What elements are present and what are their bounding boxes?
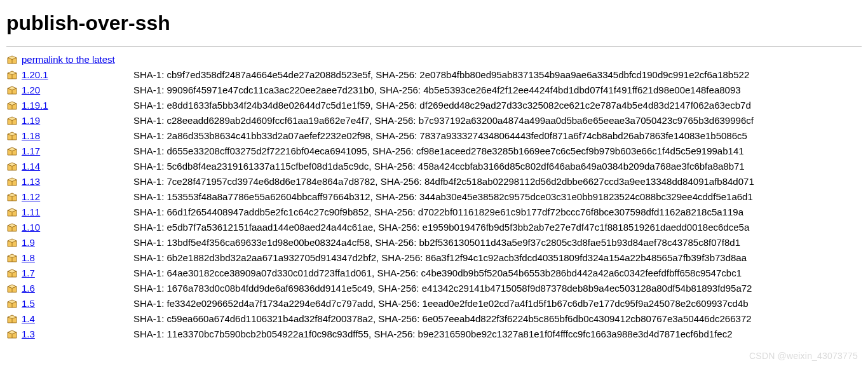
hash-text: SHA-1: 66d1f2654408947addb5e2fc1c64c27c9… (133, 206, 862, 219)
package-icon (6, 162, 18, 171)
release-row: 1.14SHA-1: 5c6db8f4ea2319161337a115cfbef… (6, 159, 862, 174)
hash-text: SHA-1: 153553f48a8a7786e55a62604bbcaff97… (133, 191, 862, 203)
hash-text: SHA-1: 5c6db8f4ea2319161337a115cfbef08d1… (133, 160, 862, 173)
hash-text: SHA-1: 2a86d353b8634c41bb33d2a07aefef223… (133, 130, 862, 142)
version-link[interactable]: 1.4 (22, 313, 35, 325)
package-icon (6, 147, 18, 156)
package-icon (6, 315, 18, 323)
hash-text: SHA-1: e5db7f7a53612151faaad144e08aed24a… (133, 221, 862, 234)
package-icon (6, 254, 18, 262)
package-icon (6, 223, 18, 232)
hash-text: SHA-1: c59ea660a674d6d1106321b4ad32f84f2… (133, 313, 862, 325)
release-row: 1.20SHA-1: 99096f45971e47cdc11ca3ac220ee… (6, 83, 862, 98)
package-icon (6, 269, 18, 278)
version-link[interactable]: 1.19.1 (22, 99, 48, 112)
release-row: 1.5SHA-1: fe3342e0296652d4a7f1734a2294e6… (6, 296, 862, 311)
package-icon (6, 116, 18, 125)
hash-text: SHA-1: fe3342e0296652d4a7f1734a2294e64d7… (133, 297, 862, 310)
release-row: 1.7SHA-1: 64ae30182cce38909a07d330c01dd7… (6, 266, 862, 281)
release-row: 1.12SHA-1: 153553f48a8a7786e55a62604bbca… (6, 189, 862, 205)
version-link[interactable]: 1.3 (22, 328, 35, 341)
release-row: 1.20.1SHA-1: cb9f7ed358df2487a4664e54de2… (6, 67, 862, 83)
hash-text: SHA-1: 11e3370bc7b590bcb2b054922a1f0c98c… (133, 328, 862, 341)
package-icon (6, 238, 18, 247)
release-list: permalink to the latest1.20.1SHA-1: cb9f… (6, 52, 862, 342)
version-link[interactable]: 1.5 (22, 297, 35, 310)
version-link[interactable]: 1.8 (22, 252, 35, 264)
package-icon (6, 208, 18, 217)
hash-text: SHA-1: 64ae30182cce38909a07d330c01dd723f… (133, 267, 862, 280)
hash-text: SHA-1: d655e33208cff03275d2f72216bf04eca… (133, 145, 862, 158)
permalink-link[interactable]: permalink to the latest (22, 53, 115, 66)
version-link[interactable]: 1.7 (22, 267, 35, 280)
version-link[interactable]: 1.12 (22, 191, 40, 203)
version-link[interactable]: 1.20.1 (22, 69, 48, 81)
package-icon (6, 101, 18, 110)
version-link[interactable]: 1.13 (22, 175, 40, 188)
version-link[interactable]: 1.11 (22, 206, 40, 219)
version-link[interactable]: 1.14 (22, 160, 40, 173)
package-icon (6, 299, 18, 308)
release-row: 1.11SHA-1: 66d1f2654408947addb5e2fc1c64c… (6, 205, 862, 220)
version-link[interactable]: 1.20 (22, 84, 40, 97)
version-link[interactable]: 1.9 (22, 236, 35, 249)
release-row: 1.13SHA-1: 7ce28f471957cd3974e6d8d6e1784… (6, 174, 862, 189)
hash-text: SHA-1: 1676a783d0c08b4fdd9de6af69836dd91… (133, 282, 862, 295)
release-row: 1.17SHA-1: d655e33208cff03275d2f72216bf0… (6, 144, 862, 159)
release-row: 1.9SHA-1: 13bdf5e4f356ca69633e1d98e00be0… (6, 235, 862, 250)
package-icon (6, 284, 18, 293)
package-icon (6, 86, 18, 95)
hash-text: SHA-1: cb9f7ed358df2487a4664e54de27a2088… (133, 69, 862, 81)
release-row: 1.19.1SHA-1: e8dd1633fa5bb34f24b34d8e026… (6, 98, 862, 113)
version-link[interactable]: 1.18 (22, 130, 40, 142)
hash-text: SHA-1: 13bdf5e4f356ca69633e1d98e00be0832… (133, 236, 862, 249)
release-row: 1.4SHA-1: c59ea660a674d6d1106321b4ad32f8… (6, 311, 862, 327)
package-icon (6, 132, 18, 140)
hash-text: SHA-1: 99096f45971e47cdc11ca3ac220ee2aee… (133, 84, 862, 97)
package-icon (6, 177, 18, 186)
hash-text: SHA-1: 7ce28f471957cd3974e6d8d6e1784e864… (133, 175, 862, 188)
permalink-row: permalink to the latest (6, 52, 862, 67)
package-icon (6, 330, 18, 339)
release-row: 1.3SHA-1: 11e3370bc7b590bcb2b054922a1f0c… (6, 327, 862, 342)
release-row: 1.19SHA-1: c28eeadd6289ab2d4609fccf61aa1… (6, 113, 862, 128)
hash-text: SHA-1: e8dd1633fa5bb34f24b34d8e02644d7c5… (133, 99, 862, 112)
package-icon (6, 55, 18, 64)
hash-text: SHA-1: c28eeadd6289ab2d4609fccf61aa19a66… (133, 114, 862, 127)
hash-text: SHA-1: 6b2e1882d3bd32a2aa671a932705d9143… (133, 252, 862, 264)
version-link[interactable]: 1.6 (22, 282, 35, 295)
version-link[interactable]: 1.17 (22, 145, 40, 158)
version-link[interactable]: 1.10 (22, 221, 40, 234)
divider (6, 46, 862, 47)
release-row: 1.6SHA-1: 1676a783d0c08b4fdd9de6af69836d… (6, 281, 862, 296)
release-row: 1.8SHA-1: 6b2e1882d3bd32a2aa671a932705d9… (6, 250, 862, 266)
release-row: 1.18SHA-1: 2a86d353b8634c41bb33d2a07aefe… (6, 128, 862, 144)
package-icon (6, 71, 18, 79)
package-icon (6, 193, 18, 201)
page-title: publish-over-ssh (6, 11, 862, 35)
release-row: 1.10SHA-1: e5db7f7a53612151faaad144e08ae… (6, 220, 862, 235)
version-link[interactable]: 1.19 (22, 114, 40, 127)
